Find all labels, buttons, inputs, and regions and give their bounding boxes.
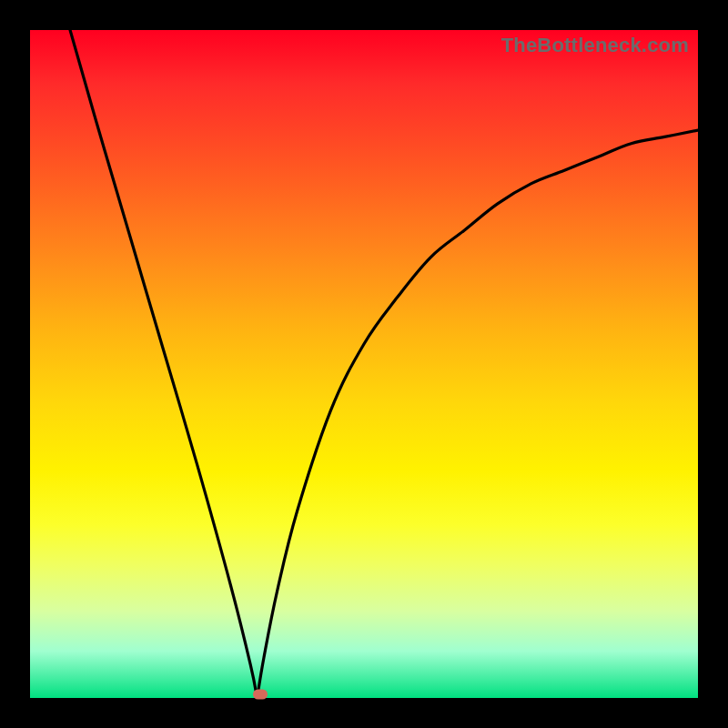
- left-branch-path: [70, 30, 258, 698]
- curve-layer: [30, 30, 698, 698]
- min-marker: [253, 690, 268, 700]
- right-branch-path: [258, 130, 698, 698]
- plot-area: TheBottleneck.com: [30, 30, 698, 698]
- chart-frame: TheBottleneck.com: [0, 0, 728, 728]
